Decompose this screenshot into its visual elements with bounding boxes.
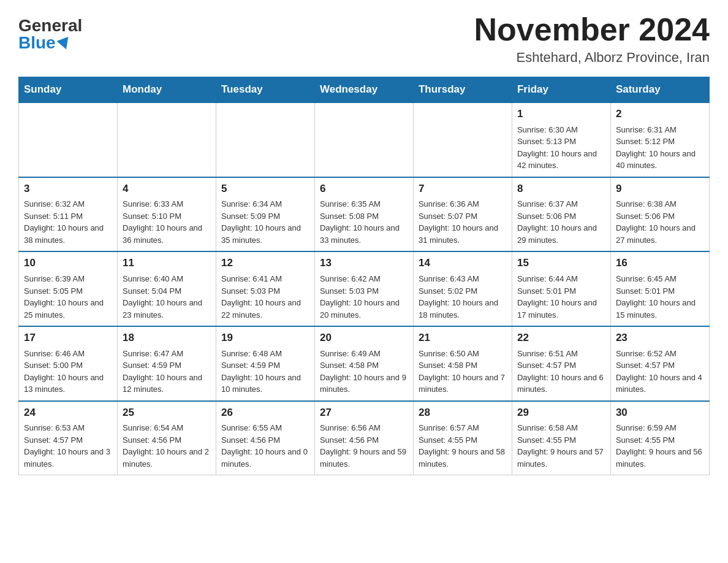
day-number: 26 [221, 405, 309, 421]
day-info: Sunrise: 6:49 AMSunset: 4:58 PMDaylight:… [320, 348, 408, 396]
day-info: Sunrise: 6:37 AMSunset: 5:06 PMDaylight:… [517, 198, 605, 246]
location-title: Eshtehard, Alborz Province, Iran [474, 50, 710, 66]
day-info: Sunrise: 6:40 AMSunset: 5:04 PMDaylight:… [123, 273, 211, 321]
day-info: Sunrise: 6:46 AMSunset: 5:00 PMDaylight:… [24, 348, 112, 396]
day-number: 29 [517, 405, 605, 421]
day-number: 11 [123, 256, 211, 271]
calendar-cell [117, 102, 216, 177]
day-info: Sunrise: 6:59 AMSunset: 4:55 PMDaylight:… [616, 422, 704, 470]
day-number: 23 [616, 331, 704, 346]
day-number: 16 [616, 256, 704, 271]
day-number: 6 [320, 182, 408, 197]
col-header-tuesday: Tuesday [216, 77, 314, 103]
calendar-cell: 3Sunrise: 6:32 AMSunset: 5:11 PMDaylight… [19, 177, 118, 252]
calendar-cell: 20Sunrise: 6:49 AMSunset: 4:58 PMDayligh… [314, 326, 413, 401]
day-number: 7 [419, 182, 507, 197]
day-number: 20 [320, 331, 408, 346]
calendar-cell: 4Sunrise: 6:33 AMSunset: 5:10 PMDaylight… [117, 177, 216, 252]
day-info: Sunrise: 6:30 AMSunset: 5:13 PMDaylight:… [517, 124, 605, 172]
calendar-cell: 19Sunrise: 6:48 AMSunset: 4:59 PMDayligh… [216, 326, 314, 401]
col-header-wednesday: Wednesday [314, 77, 413, 103]
week-row-1: 1Sunrise: 6:30 AMSunset: 5:13 PMDaylight… [19, 102, 710, 177]
day-number: 10 [24, 256, 112, 271]
calendar-cell: 18Sunrise: 6:47 AMSunset: 4:59 PMDayligh… [117, 326, 216, 401]
calendar-cell: 17Sunrise: 6:46 AMSunset: 5:00 PMDayligh… [19, 326, 118, 401]
calendar-cell: 27Sunrise: 6:56 AMSunset: 4:56 PMDayligh… [314, 401, 413, 475]
week-row-2: 3Sunrise: 6:32 AMSunset: 5:11 PMDaylight… [19, 177, 710, 252]
week-row-5: 24Sunrise: 6:53 AMSunset: 4:57 PMDayligh… [19, 401, 710, 475]
day-info: Sunrise: 6:58 AMSunset: 4:55 PMDaylight:… [517, 422, 605, 470]
day-number: 15 [517, 256, 605, 271]
calendar-cell: 6Sunrise: 6:35 AMSunset: 5:08 PMDaylight… [314, 177, 413, 252]
header: General Blue November 2024 Eshtehard, Al… [18, 12, 710, 66]
calendar-cell: 7Sunrise: 6:36 AMSunset: 5:07 PMDaylight… [413, 177, 512, 252]
day-info: Sunrise: 6:51 AMSunset: 4:57 PMDaylight:… [517, 348, 605, 396]
day-number: 27 [320, 405, 408, 421]
day-info: Sunrise: 6:52 AMSunset: 4:57 PMDaylight:… [616, 348, 704, 396]
calendar-cell: 25Sunrise: 6:54 AMSunset: 4:56 PMDayligh… [117, 401, 216, 475]
calendar-cell: 9Sunrise: 6:38 AMSunset: 5:06 PMDaylight… [610, 177, 709, 252]
day-info: Sunrise: 6:35 AMSunset: 5:08 PMDaylight:… [320, 198, 408, 246]
day-number: 4 [123, 182, 211, 197]
month-title: November 2024 [474, 12, 710, 47]
calendar-cell: 24Sunrise: 6:53 AMSunset: 4:57 PMDayligh… [19, 401, 118, 475]
day-number: 17 [24, 331, 112, 346]
calendar-cell: 10Sunrise: 6:39 AMSunset: 5:05 PMDayligh… [19, 251, 118, 326]
calendar-header-row: SundayMondayTuesdayWednesdayThursdayFrid… [19, 77, 710, 103]
calendar-cell: 5Sunrise: 6:34 AMSunset: 5:09 PMDaylight… [216, 177, 314, 252]
col-header-friday: Friday [512, 77, 610, 103]
logo-triangle-icon [56, 37, 72, 52]
calendar-cell [19, 102, 118, 177]
calendar-cell: 15Sunrise: 6:44 AMSunset: 5:01 PMDayligh… [512, 251, 610, 326]
calendar-cell: 21Sunrise: 6:50 AMSunset: 4:58 PMDayligh… [413, 326, 512, 401]
day-number: 14 [419, 256, 507, 271]
calendar-cell: 11Sunrise: 6:40 AMSunset: 5:04 PMDayligh… [117, 251, 216, 326]
day-info: Sunrise: 6:50 AMSunset: 4:58 PMDaylight:… [419, 348, 507, 396]
day-number: 5 [221, 182, 309, 197]
calendar-cell: 28Sunrise: 6:57 AMSunset: 4:55 PMDayligh… [413, 401, 512, 475]
day-info: Sunrise: 6:32 AMSunset: 5:11 PMDaylight:… [24, 198, 112, 246]
calendar-cell: 23Sunrise: 6:52 AMSunset: 4:57 PMDayligh… [610, 326, 709, 401]
calendar-cell: 29Sunrise: 6:58 AMSunset: 4:55 PMDayligh… [512, 401, 610, 475]
day-info: Sunrise: 6:56 AMSunset: 4:56 PMDaylight:… [320, 422, 408, 470]
day-info: Sunrise: 6:57 AMSunset: 4:55 PMDaylight:… [419, 422, 507, 470]
day-info: Sunrise: 6:43 AMSunset: 5:02 PMDaylight:… [419, 273, 507, 321]
day-info: Sunrise: 6:48 AMSunset: 4:59 PMDaylight:… [221, 348, 309, 396]
day-number: 21 [419, 331, 507, 346]
calendar-cell: 8Sunrise: 6:37 AMSunset: 5:06 PMDaylight… [512, 177, 610, 252]
col-header-monday: Monday [117, 77, 216, 103]
day-number: 18 [123, 331, 211, 346]
week-row-4: 17Sunrise: 6:46 AMSunset: 5:00 PMDayligh… [19, 326, 710, 401]
day-number: 1 [517, 107, 605, 122]
calendar-cell: 16Sunrise: 6:45 AMSunset: 5:01 PMDayligh… [610, 251, 709, 326]
day-number: 2 [616, 107, 704, 122]
calendar-cell: 14Sunrise: 6:43 AMSunset: 5:02 PMDayligh… [413, 251, 512, 326]
day-number: 19 [221, 331, 309, 346]
calendar-cell: 2Sunrise: 6:31 AMSunset: 5:12 PMDaylight… [610, 102, 709, 177]
day-info: Sunrise: 6:33 AMSunset: 5:10 PMDaylight:… [123, 198, 211, 246]
col-header-saturday: Saturday [610, 77, 709, 103]
day-info: Sunrise: 6:34 AMSunset: 5:09 PMDaylight:… [221, 198, 309, 246]
day-number: 22 [517, 331, 605, 346]
title-area: November 2024 Eshtehard, Alborz Province… [474, 12, 710, 66]
calendar-cell: 30Sunrise: 6:59 AMSunset: 4:55 PMDayligh… [610, 401, 709, 475]
col-header-thursday: Thursday [413, 77, 512, 103]
day-info: Sunrise: 6:42 AMSunset: 5:03 PMDaylight:… [320, 273, 408, 321]
calendar-cell: 22Sunrise: 6:51 AMSunset: 4:57 PMDayligh… [512, 326, 610, 401]
day-info: Sunrise: 6:54 AMSunset: 4:56 PMDaylight:… [123, 422, 211, 470]
calendar-table: SundayMondayTuesdayWednesdayThursdayFrid… [18, 77, 710, 475]
day-number: 25 [123, 405, 211, 421]
day-info: Sunrise: 6:44 AMSunset: 5:01 PMDaylight:… [517, 273, 605, 321]
day-info: Sunrise: 6:36 AMSunset: 5:07 PMDaylight:… [419, 198, 507, 246]
col-header-sunday: Sunday [19, 77, 118, 103]
calendar-cell: 13Sunrise: 6:42 AMSunset: 5:03 PMDayligh… [314, 251, 413, 326]
calendar-cell: 1Sunrise: 6:30 AMSunset: 5:13 PMDaylight… [512, 102, 610, 177]
calendar-cell [314, 102, 413, 177]
day-number: 8 [517, 182, 605, 197]
day-number: 9 [616, 182, 704, 197]
calendar-cell [413, 102, 512, 177]
day-info: Sunrise: 6:45 AMSunset: 5:01 PMDaylight:… [616, 273, 704, 321]
day-number: 24 [24, 405, 112, 421]
logo: General Blue [18, 12, 82, 52]
day-number: 30 [616, 405, 704, 421]
